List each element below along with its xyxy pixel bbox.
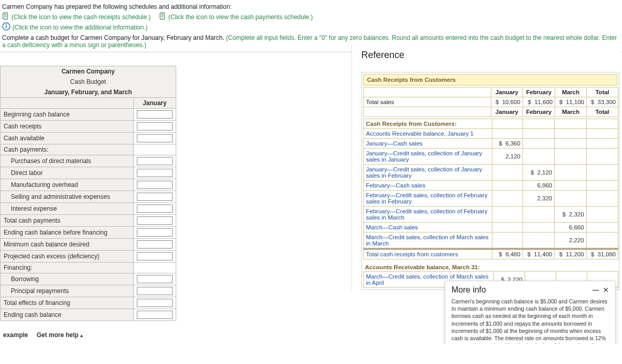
col-january: January <box>133 98 176 109</box>
col-total: Total <box>587 88 618 97</box>
budget-input[interactable] <box>137 275 173 283</box>
budget-input[interactable] <box>137 134 173 142</box>
budget-input[interactable] <box>137 252 173 260</box>
col-feb2: February <box>522 107 555 117</box>
document-icon <box>2 12 9 21</box>
budget-input[interactable] <box>137 169 173 177</box>
budget-row-label: Purchases of direct materials <box>1 155 134 167</box>
budget-row-label: Beginning cash balance <box>1 109 134 121</box>
budget-row-label: Cash payments: <box>1 144 134 155</box>
col-total2: Total <box>587 107 618 117</box>
budget-row-label: Ending cash balance <box>1 309 134 321</box>
budget-input[interactable] <box>137 193 173 201</box>
example-link[interactable]: example <box>3 331 28 339</box>
budget-input[interactable] <box>137 287 173 295</box>
svg-rect-0 <box>3 13 8 19</box>
info-icon <box>2 22 10 32</box>
budget-row-label: Minimum cash balance desired <box>1 239 134 251</box>
budget-input[interactable] <box>137 299 173 307</box>
budget-input[interactable] <box>137 181 173 189</box>
col-feb: February <box>522 88 555 97</box>
budget-row-label: Financing: <box>1 263 134 273</box>
budget-row-label: Total cash payments <box>1 215 134 227</box>
total-sales-mar: $ 11,100 <box>555 97 587 107</box>
budget-row-label: Borrowing <box>1 273 134 285</box>
budget-row-label: Ending cash balance before financing <box>1 227 134 239</box>
budget-row-label: Total effects of financing <box>1 297 134 309</box>
total-sales-label: Total sales <box>364 97 491 107</box>
detail-row-label: February—Cash sales <box>364 181 492 191</box>
receipts-section-header: Cash Receipts from Customers <box>363 74 617 85</box>
budget-input[interactable] <box>137 122 173 130</box>
detail-row-label: March—Credit sales, collection of March … <box>364 232 492 249</box>
link-label: (Click the icon to view the additional i… <box>12 24 148 31</box>
reference-title: Reference <box>361 50 621 61</box>
more-info-dialog: More info — ✕ Carmen's beginning cash ba… <box>445 281 616 344</box>
more-info-title: More info <box>451 285 486 295</box>
detail-row-label: January—Cash sales <box>364 139 492 149</box>
budget-title: Cash Budget <box>1 77 176 87</box>
budget-row-label: Direct labor <box>1 167 134 179</box>
budget-input[interactable] <box>137 311 173 319</box>
budget-row-label: Manufacturing overhead <box>1 179 134 191</box>
total-receipts-label: Total cash receipts from customers <box>364 249 492 259</box>
receipts-sub-header: Cash Receipts from Customers: <box>364 119 492 129</box>
link-label: (Click the icon to view the cash payment… <box>168 13 313 21</box>
budget-input[interactable] <box>137 228 173 237</box>
company-name: Carmen Company <box>1 66 176 77</box>
svg-point-9 <box>6 24 7 25</box>
budget-row-label: Cash available <box>1 133 134 144</box>
budget-row-label: Principal repayments <box>1 285 134 297</box>
minimize-icon[interactable]: — <box>592 286 599 294</box>
budget-input[interactable] <box>137 157 173 165</box>
detail-row-label: March—Cash sales <box>364 223 492 232</box>
budget-input[interactable] <box>137 216 173 225</box>
cash-payments-schedule-link[interactable]: (Click the icon to view the cash payment… <box>159 12 313 21</box>
get-more-help-link[interactable]: Get more help ▴ <box>37 331 83 339</box>
detail-row-label: Accounts Receivable balance, January 1 <box>364 129 492 139</box>
detail-row-label: January—Credit sales, collection of Janu… <box>364 165 492 181</box>
detail-row-label: February—Credit sales, collection of Feb… <box>364 207 492 223</box>
total-sales-jan: $ 10,600 <box>491 97 522 107</box>
additional-info-link[interactable]: (Click the icon to view the additional i… <box>2 22 148 32</box>
close-icon[interactable]: ✕ <box>603 286 609 294</box>
svg-rect-4 <box>160 13 165 19</box>
budget-row-label: Cash receipts <box>1 121 134 133</box>
col-mar2: March <box>555 107 587 117</box>
budget-row-label: Projected cash excess (deficiency) <box>1 251 134 263</box>
link-label: (Click the icon to view the cash receipt… <box>11 13 151 21</box>
svg-rect-10 <box>6 26 7 28</box>
more-info-body: Carmen's beginning cash balance is $5,00… <box>445 297 615 344</box>
total-sales-feb: $ 11,600 <box>522 97 555 107</box>
intro-text: Carmen Company has prepared the followin… <box>2 3 620 10</box>
cash-budget-table: Carmen Company Cash Budget January, Febr… <box>0 66 176 321</box>
budget-row-label: Interest expense <box>1 203 134 215</box>
caret-up-icon: ▴ <box>80 333 83 338</box>
instruction-black: Complete a cash budget for Carmen Compan… <box>2 34 226 41</box>
budget-input[interactable] <box>137 205 173 213</box>
detail-row-label: January—Credit sales, collection of Janu… <box>364 149 492 165</box>
col-mar: March <box>555 88 587 97</box>
reference-panel: Reference Cash Receipts from Customers J… <box>351 46 621 290</box>
budget-period: January, February, and March <box>1 87 176 98</box>
document-icon <box>159 12 166 21</box>
total-sales-tot: $ 33,300 <box>587 97 618 107</box>
budget-input[interactable] <box>137 110 173 119</box>
budget-row-label: Selling and administrative expenses <box>1 191 134 203</box>
ar-balance-header: Accounts Receivable balance, March 31: <box>362 261 619 271</box>
col-jan: January <box>491 88 522 97</box>
col-jan2: January <box>491 107 522 117</box>
budget-input[interactable] <box>137 240 173 249</box>
cash-receipts-schedule-link[interactable]: (Click the icon to view the cash receipt… <box>2 12 151 21</box>
detail-row-label: February—Credit sales, collection of Feb… <box>364 191 492 207</box>
